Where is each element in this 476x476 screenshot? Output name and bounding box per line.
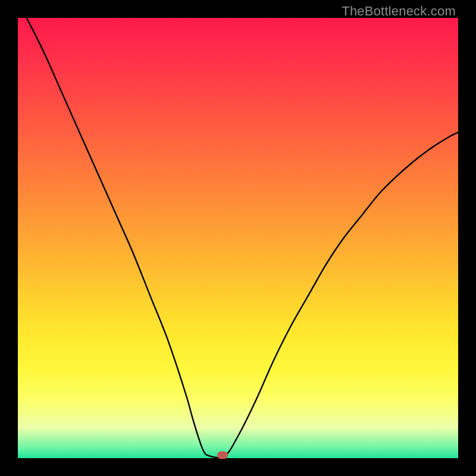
chart-frame: TheBottleneck.com xyxy=(0,0,476,476)
chart-plot-area xyxy=(18,18,458,458)
minimum-marker xyxy=(217,451,228,459)
bottleneck-curve xyxy=(18,18,458,458)
watermark-text: TheBottleneck.com xyxy=(342,4,456,19)
